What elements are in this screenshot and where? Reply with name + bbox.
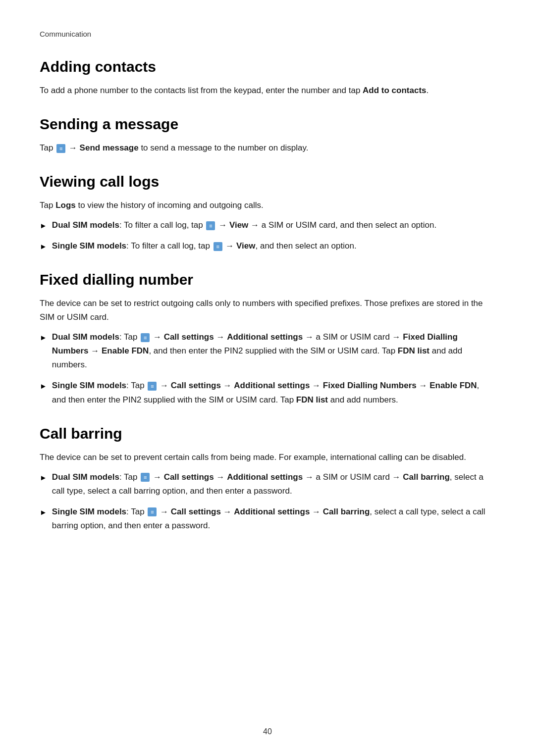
menu-icon-single-barring: ≡ xyxy=(148,507,157,516)
section-body-sending-message: Tap ≡ → Send message to send a message t… xyxy=(40,141,495,155)
additional-settings-bold-1: Additional settings xyxy=(227,332,303,342)
call-barring-bold-1: Call barring xyxy=(403,472,449,482)
section-body-adding-contacts: To add a phone number to the contacts li… xyxy=(40,84,495,98)
dual-sim-label-barring: Dual SIM models xyxy=(52,472,119,482)
bullet-arrow-icon-3: ► xyxy=(40,332,47,344)
bullet-arrow-icon: ► xyxy=(40,220,47,232)
bullet-single-sim-calllogs: ► Single SIM models: To filter a call lo… xyxy=(40,239,495,253)
bullet-dual-sim-fdn: ► Dual SIM models: Tap ≡ → Call settings… xyxy=(40,330,495,372)
bullet-single-sim-callbarring: ► Single SIM models: Tap ≡ → Call settin… xyxy=(40,505,495,533)
call-barring-bold-2: Call barring xyxy=(323,507,370,516)
fdn-list-bold-1: FDN list xyxy=(398,346,429,355)
section-adding-contacts: Adding contacts To add a phone number to… xyxy=(40,58,495,98)
single-sim-label-barring: Single SIM models xyxy=(52,507,126,516)
section-call-barring: Call barring The device can be set to pr… xyxy=(40,425,495,533)
call-settings-bold-4: Call settings xyxy=(171,507,221,516)
view-bold-1: View xyxy=(229,220,248,230)
enable-fdn-bold-2: Enable FDN xyxy=(429,381,477,390)
call-settings-bold-2: Call settings xyxy=(171,381,221,390)
bullet-text-single-sim-calllogs: Single SIM models: To filter a call log,… xyxy=(52,239,495,253)
bullet-text-dual-sim-fdn: Dual SIM models: Tap ≡ → Call settings →… xyxy=(52,330,495,372)
section-title-fixed-dialling: Fixed dialling number xyxy=(40,271,495,289)
add-to-contacts-bold: Add to contacts xyxy=(363,86,426,95)
call-settings-bold-3: Call settings xyxy=(164,472,214,482)
menu-icon-dual-fdn: ≡ xyxy=(141,333,150,342)
page-number: 40 xyxy=(263,727,272,736)
bullet-arrow-icon-5: ► xyxy=(40,472,47,484)
bullet-dual-sim-callbarring: ► Dual SIM models: Tap ≡ → Call settings… xyxy=(40,470,495,498)
call-barring-text: The device can be set to prevent certain… xyxy=(40,451,495,464)
section-title-call-barring: Call barring xyxy=(40,425,495,443)
enable-fdn-bold-1: Enable FDN xyxy=(102,346,149,355)
section-sending-message: Sending a message Tap ≡ → Send message t… xyxy=(40,115,495,155)
single-sim-label: Single SIM models xyxy=(52,241,126,251)
bullet-arrow-icon-6: ► xyxy=(40,506,47,519)
section-title-sending-message: Sending a message xyxy=(40,115,495,133)
page: Communication Adding contacts To add a p… xyxy=(0,0,535,756)
section-body-call-barring: The device can be set to prevent certain… xyxy=(40,451,495,533)
section-title-viewing-call-logs: Viewing call logs xyxy=(40,173,495,191)
bullet-dual-sim-calllogs: ► Dual SIM models: To filter a call log,… xyxy=(40,218,495,232)
section-title-adding-contacts: Adding contacts xyxy=(40,58,495,76)
bullet-single-sim-fdn: ► Single SIM models: Tap ≡ → Call settin… xyxy=(40,379,495,406)
menu-icon-send: ≡ xyxy=(56,144,65,153)
section-body-viewing-call-logs: Tap Logs to view the history of incoming… xyxy=(40,199,495,253)
call-settings-bold-1: Call settings xyxy=(164,332,214,342)
fdn-list-bold-2: FDN list xyxy=(296,395,328,404)
additional-settings-bold-2: Additional settings xyxy=(234,381,310,390)
single-sim-label-fdn: Single SIM models xyxy=(52,381,126,390)
bullet-text-dual-sim-callbarring: Dual SIM models: Tap ≡ → Call settings →… xyxy=(52,470,495,498)
bullet-arrow-icon-2: ► xyxy=(40,241,47,253)
viewing-call-logs-text: Tap Logs to view the history of incoming… xyxy=(40,199,495,212)
additional-settings-bold-4: Additional settings xyxy=(234,507,310,516)
menu-icon-dual-barring: ≡ xyxy=(141,473,150,482)
dual-sim-label-fdn: Dual SIM models xyxy=(52,332,119,342)
fixed-dialling-numbers-bold-2: Fixed Dialling Numbers xyxy=(323,381,417,390)
section-label: Communication xyxy=(40,30,495,38)
section-body-fixed-dialling: The device can be set to restrict outgoi… xyxy=(40,297,495,406)
send-message-bold: Send message xyxy=(80,143,139,152)
section-fixed-dialling: Fixed dialling number The device can be … xyxy=(40,271,495,406)
bullet-arrow-icon-4: ► xyxy=(40,380,47,393)
view-bold-2: View xyxy=(236,241,255,251)
fixed-dialling-text: The device can be set to restrict outgoi… xyxy=(40,297,495,324)
bullet-text-dual-sim-calllogs: Dual SIM models: To filter a call log, t… xyxy=(52,218,495,232)
adding-contacts-text: To add a phone number to the contacts li… xyxy=(40,84,495,98)
menu-icon-single-fdn: ≡ xyxy=(148,382,157,391)
bullet-text-single-sim-callbarring: Single SIM models: Tap ≡ → Call settings… xyxy=(52,505,495,533)
logs-bold: Logs xyxy=(55,201,76,210)
bullet-text-single-sim-fdn: Single SIM models: Tap ≡ → Call settings… xyxy=(52,379,495,406)
menu-icon-single-view: ≡ xyxy=(214,242,222,251)
section-viewing-call-logs: Viewing call logs Tap Logs to view the h… xyxy=(40,173,495,253)
additional-settings-bold-3: Additional settings xyxy=(227,472,303,482)
dual-sim-label: Dual SIM models xyxy=(52,220,119,230)
sending-message-text: Tap ≡ → Send message to send a message t… xyxy=(40,141,495,155)
menu-icon-dual-view: ≡ xyxy=(206,221,215,230)
